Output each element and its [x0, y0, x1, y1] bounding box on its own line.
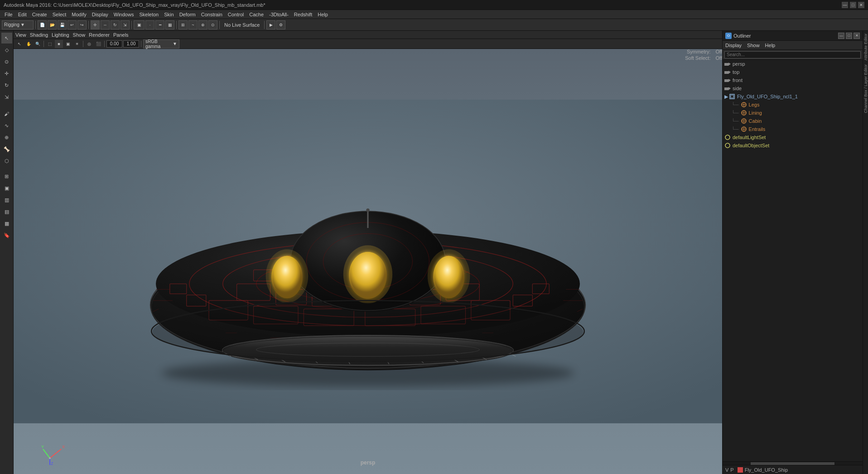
skin-cluster[interactable]: ⬡ [1, 155, 12, 166]
outliner-item-persp[interactable]: persp [723, 60, 863, 68]
undo-button[interactable]: ↩ [68, 20, 77, 29]
vertex-mode-button[interactable]: · [145, 20, 154, 29]
ipr-button[interactable]: ⚙ [276, 20, 285, 29]
outliner-item-lining[interactable]: └─ Lining [723, 109, 863, 117]
edge-mode-button[interactable]: ━ [155, 20, 164, 29]
menu-skin[interactable]: Skin [161, 10, 176, 19]
move-tool-left[interactable]: ✛ [1, 68, 12, 79]
rotate-tool-left[interactable]: ↻ [1, 80, 12, 91]
scale-tool-button[interactable]: ⇲ [121, 20, 130, 29]
menu-skeleton[interactable]: Skeleton [136, 10, 161, 19]
outliner-item-legs[interactable]: └─ Legs [723, 101, 863, 109]
vp-menu-shading[interactable]: Shading [30, 32, 48, 38]
joint-tool[interactable]: 🦴 [1, 144, 12, 155]
outliner-maximize-btn[interactable]: □ [846, 33, 852, 39]
vp-menu-lighting[interactable]: Lighting [52, 32, 69, 38]
outliner-item-side[interactable]: side [723, 84, 863, 92]
face-mode-button[interactable]: ▦ [165, 20, 174, 29]
outliner-minimize-btn[interactable]: — [838, 33, 844, 39]
resolution-gate-btn[interactable]: ⬛ [94, 40, 102, 48]
close-button[interactable]: ✕ [858, 2, 864, 8]
menu-control[interactable]: Control [225, 10, 246, 19]
open-scene-button[interactable]: 📂 [48, 20, 57, 29]
menu-create[interactable]: Create [29, 10, 50, 19]
camera-select-btn[interactable]: ↖ [15, 40, 24, 48]
maximize-button[interactable]: □ [850, 2, 856, 8]
select-tool-button[interactable]: ✛ [91, 20, 100, 29]
lasso-tool[interactable]: ◇ [1, 44, 12, 55]
minimize-button[interactable]: — [842, 2, 848, 8]
menu-cache[interactable]: Cache [246, 10, 266, 19]
sculpt-tool[interactable]: 🖌 [1, 108, 12, 119]
rigging-dropdown[interactable]: Rigging ▼ [2, 20, 34, 29]
color-space-dropdown[interactable]: sRGB gamma ▼ [143, 39, 179, 48]
svg-marker-94 [728, 63, 731, 66]
outliner-item-entrails[interactable]: └─ Entrails [723, 125, 863, 133]
curve-tool[interactable]: ∿ [1, 120, 12, 131]
wireframe-btn[interactable]: ⬚ [46, 40, 54, 48]
save-scene-button[interactable]: 💾 [58, 20, 67, 29]
layout-3[interactable]: ▤ [1, 206, 12, 217]
outliner-menu-show[interactable]: Show [746, 43, 761, 48]
redo-button[interactable]: ↪ [77, 20, 87, 29]
outliner-item-ufo-group[interactable]: ▶ Fly_Old_UFO_Ship_ncl1_1 [723, 92, 863, 101]
outliner-hscroll-thumb[interactable] [751, 462, 834, 465]
solid-btn[interactable]: ■ [55, 40, 63, 48]
outliner-item-front[interactable]: front [723, 76, 863, 84]
vp-menu-panels[interactable]: Panels [113, 32, 129, 38]
svg-rect-97 [724, 79, 728, 82]
menu-windows[interactable]: Windows [111, 10, 137, 19]
isolate-btn[interactable]: ◎ [85, 40, 93, 48]
layout-1[interactable]: ▣ [1, 183, 12, 193]
menu-redshift[interactable]: Redshift [291, 10, 315, 19]
menu-3dtoll[interactable]: -3DtoAll- [266, 10, 291, 19]
snap-point-button[interactable]: ⊕ [198, 20, 207, 29]
scale-tool-left[interactable]: ⇲ [1, 92, 12, 102]
vp-menu-show[interactable]: Show [73, 32, 86, 38]
menu-edit[interactable]: Edit [15, 10, 29, 19]
outliner-menu-help[interactable]: Help [764, 43, 776, 48]
outliner-close-btn[interactable]: ✕ [854, 33, 860, 39]
snap-grid-button[interactable]: ⊞ [178, 20, 188, 29]
outliner-menu-display[interactable]: Display [724, 43, 743, 48]
color-value-input[interactable] [106, 40, 122, 48]
outliner-content[interactable]: persp top front side [723, 60, 863, 461]
menu-file[interactable]: File [2, 10, 15, 19]
outliner-item-objectset[interactable]: defaultObjectSet [723, 141, 863, 150]
layout-4[interactable]: ▦ [1, 218, 12, 229]
outliner-item-top[interactable]: top [723, 68, 863, 76]
insert-joint[interactable]: ⊕ [1, 132, 12, 143]
outliner-hscrollbar[interactable] [723, 461, 863, 465]
outliner-search-input[interactable] [724, 51, 861, 58]
menu-select[interactable]: Select [50, 10, 69, 19]
vp-menu-view[interactable]: View [15, 32, 26, 38]
new-scene-button[interactable]: 📄 [38, 20, 47, 29]
grid-left-btn[interactable]: ⊞ [1, 171, 12, 182]
menu-modify[interactable]: Modify [69, 10, 89, 19]
pan-btn[interactable]: ✋ [24, 40, 33, 48]
bookmark[interactable]: 🔖 [1, 230, 12, 241]
render-button[interactable]: ▶ [266, 20, 275, 29]
zoom-btn[interactable]: 🔍 [34, 40, 42, 48]
light-btn[interactable]: ☀ [73, 40, 81, 48]
gamma-value-input[interactable] [123, 40, 139, 48]
layout-2[interactable]: ▥ [1, 194, 12, 205]
snap-curve-button[interactable]: ~ [188, 20, 198, 29]
attribute-editor-tab[interactable]: Attribute Editor [863, 32, 868, 63]
outliner-item-cabin[interactable]: └─ Cabin [723, 117, 863, 125]
vp-menu-renderer[interactable]: Renderer [89, 32, 110, 38]
snap-surface-button[interactable]: ⊙ [208, 20, 217, 29]
texture-btn[interactable]: ▣ [64, 40, 72, 48]
main-viewport[interactable]: persp Symmetry: Off Soft Select: Off X [14, 49, 722, 474]
channel-box-layer-editor-tab[interactable]: Channel Box / Layer Editor [863, 63, 868, 115]
menu-display[interactable]: Display [89, 10, 111, 19]
menu-help[interactable]: Help [315, 10, 331, 19]
object-mode-button[interactable]: ▣ [134, 20, 145, 29]
move-tool-button[interactable]: ↔ [101, 20, 110, 29]
rotate-tool-button[interactable]: ↻ [111, 20, 120, 29]
paint-select[interactable]: ⊙ [1, 56, 12, 67]
menu-deform[interactable]: Deform [177, 10, 198, 19]
select-tool-left[interactable]: ↖ [1, 33, 12, 44]
outliner-item-lightset[interactable]: defaultLightSet [723, 133, 863, 141]
menu-constrain[interactable]: Constrain [198, 10, 225, 19]
